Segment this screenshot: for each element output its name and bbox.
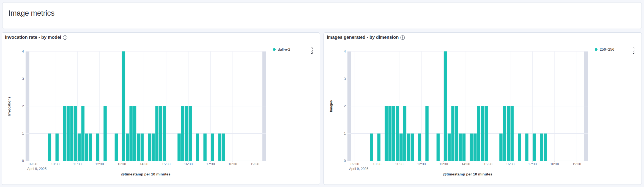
- x-axis-date: April 9, 2025: [349, 167, 368, 171]
- y-tick-label: 1: [333, 131, 346, 136]
- dashboard-title-panel: Image metrics: [2, 2, 642, 29]
- x-tick-label: 13:30: [112, 162, 131, 166]
- x-tick-label: 15:30: [478, 162, 498, 166]
- y-tick-label: 3: [11, 77, 24, 81]
- legend-label[interactable]: 256×256: [600, 47, 614, 51]
- x-tick-label: 15:30: [157, 162, 176, 166]
- x-tick-label: 12:30: [412, 162, 431, 166]
- y-axis-title: Invocations: [7, 97, 11, 116]
- y-tick-label: 2: [11, 104, 24, 108]
- dashboard: { "page": { "title": "Image metrics" }, …: [0, 0, 644, 187]
- plot-area: [26, 51, 266, 162]
- kebab-square: [633, 50, 634, 51]
- x-tick-label: 11:30: [68, 162, 87, 166]
- chart-panel-images-generated: Images generated - by dimension Images A…: [324, 32, 642, 185]
- y-tick-label: 0: [11, 159, 24, 163]
- x-tick-label: 12:30: [90, 162, 109, 166]
- y-tick-label: 1: [11, 131, 24, 136]
- kebab-square: [633, 48, 634, 49]
- x-tick-label: 17:30: [201, 162, 220, 166]
- y-axis-title: Images: [329, 100, 333, 112]
- legend-actions-icon[interactable]: [632, 47, 635, 54]
- kebab-square: [311, 50, 313, 51]
- legend-swatch: [273, 48, 276, 51]
- x-axis-title: @timestamp per 10 minutes: [26, 172, 266, 176]
- legend-swatch: [595, 48, 598, 51]
- x-tick-label: 17:30: [523, 162, 542, 166]
- x-tick-label: 11:30: [390, 162, 409, 166]
- page-title: Image metrics: [9, 9, 642, 18]
- x-tick-label: 14:30: [134, 162, 154, 166]
- y-tick-label: 0: [333, 159, 346, 163]
- legend-item[interactable]: 256×256: [595, 47, 614, 51]
- info-icon[interactable]: [63, 35, 67, 40]
- chart-title: Invocation rate - by model: [5, 35, 61, 40]
- kebab-square: [633, 52, 634, 54]
- x-tick-label: 10:30: [368, 162, 387, 166]
- x-tick-label: 10:30: [46, 162, 65, 166]
- chart-panel-invocation-rate: Invocation rate - by model Invocations A…: [2, 32, 320, 185]
- y-tick-label: 4: [11, 49, 24, 54]
- x-tick-label: 09:30: [345, 162, 365, 166]
- x-tick-label: 16:30: [501, 162, 520, 166]
- legend-item[interactable]: dall-e-2: [273, 47, 290, 51]
- x-tick-label: 19:30: [567, 162, 587, 166]
- legend-actions-icon[interactable]: [310, 47, 313, 54]
- x-tick-label: 14:30: [456, 162, 475, 166]
- chart-title: Images generated - by dimension: [327, 35, 399, 40]
- x-tick-label: 18:30: [223, 162, 242, 166]
- y-tick-label: 3: [333, 77, 346, 81]
- kebab-square: [311, 52, 313, 54]
- x-axis-title: @timestamp per 10 minutes: [347, 172, 588, 176]
- y-tick-label: 4: [333, 49, 346, 54]
- kebab-square: [311, 48, 313, 49]
- x-tick-label: 09:30: [23, 162, 43, 166]
- info-icon[interactable]: [400, 35, 405, 40]
- x-tick-label: 13:30: [434, 162, 453, 166]
- x-tick-label: 18:30: [545, 162, 564, 166]
- x-axis-date: April 9, 2025: [27, 167, 46, 171]
- y-tick-label: 2: [333, 104, 346, 108]
- legend-label[interactable]: dall-e-2: [278, 47, 290, 51]
- x-tick-label: 19:30: [245, 162, 265, 166]
- x-tick-label: 16:30: [179, 162, 198, 166]
- plot-area: [347, 51, 588, 162]
